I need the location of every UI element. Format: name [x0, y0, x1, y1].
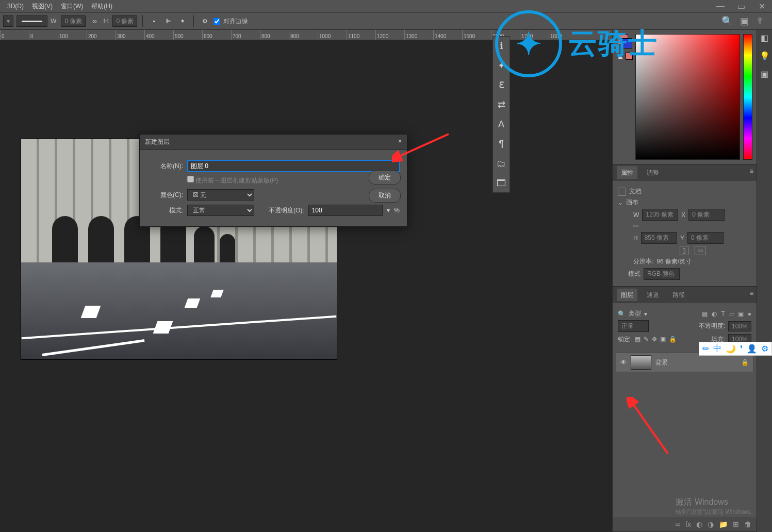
- opacity-input[interactable]: [308, 205, 383, 216]
- lock-move-icon[interactable]: ✥: [652, 336, 657, 343]
- watermark: ✦ 云骑士: [495, 10, 658, 77]
- name-label: 名称(N):: [147, 162, 183, 171]
- opacity-field[interactable]: 100%: [728, 321, 751, 331]
- libraries-icon[interactable]: ▣: [761, 69, 768, 79]
- y-field[interactable]: 0 像素: [687, 232, 724, 244]
- ruler-tick: 600: [202, 30, 231, 40]
- layer-name[interactable]: 背景: [655, 358, 668, 367]
- tool-preset[interactable]: ▾: [3, 15, 13, 27]
- dock-expand-icon[interactable]: ◧: [761, 33, 768, 43]
- tab-paths[interactable]: 路径: [668, 289, 689, 301]
- filter-type-icon[interactable]: T: [721, 310, 725, 318]
- tab-properties[interactable]: 属性: [617, 167, 637, 179]
- res-label: 分辨率:: [633, 257, 653, 266]
- doc-label: 文档: [629, 187, 642, 196]
- x-field[interactable]: 0 像素: [688, 209, 725, 221]
- layer-thumb[interactable]: [631, 355, 651, 370]
- close-icon[interactable]: ✕: [751, 0, 772, 12]
- mask-icon[interactable]: ◐: [696, 520, 702, 528]
- lock-paint-icon[interactable]: ✎: [644, 336, 649, 343]
- menu-3d[interactable]: 3D(D): [3, 3, 28, 10]
- learn-icon[interactable]: 💡: [760, 51, 770, 61]
- link-wh-icon[interactable]: ∞: [89, 15, 100, 27]
- new-layer-icon[interactable]: ⊞: [733, 520, 739, 528]
- dialog-close-icon[interactable]: ×: [398, 138, 402, 146]
- opacity-label: 不透明度:: [699, 322, 725, 330]
- w-label: W: [633, 211, 639, 219]
- panel-menu-icon[interactable]: ≡: [750, 290, 753, 297]
- fx-icon[interactable]: fx: [685, 520, 691, 528]
- menu-help[interactable]: 帮助(H): [87, 2, 117, 11]
- filter-adjust-icon[interactable]: ◐: [712, 310, 717, 318]
- group-icon[interactable]: 📁: [719, 520, 728, 528]
- lock-all-icon[interactable]: 🔒: [669, 336, 677, 343]
- activate-windows: 激活 Windows 转到"设置"以激活 Windows。: [676, 497, 757, 517]
- align-icon-3[interactable]: ✦: [177, 15, 188, 27]
- workspace-icon[interactable]: ▣: [740, 15, 749, 27]
- filter-toggle-icon[interactable]: ●: [748, 310, 751, 318]
- filter-kind[interactable]: 类型: [629, 309, 641, 318]
- panel-menu-icon[interactable]: ≡: [750, 168, 753, 175]
- ruler-tick: 1000: [318, 30, 347, 40]
- minimize-icon[interactable]: —: [710, 0, 731, 12]
- ime-edit-icon[interactable]: ✏: [702, 344, 709, 354]
- filter-smart-icon[interactable]: ▣: [738, 310, 744, 318]
- menu-view[interactable]: 视图(V): [28, 2, 57, 11]
- ime-user-icon[interactable]: 👤: [747, 344, 757, 354]
- filter-pixel-icon[interactable]: ▦: [702, 310, 708, 318]
- h-field[interactable]: 855 像素: [641, 232, 677, 244]
- portrait-icon[interactable]: ▯: [680, 246, 688, 255]
- ruler-tick: 900: [289, 30, 318, 40]
- blend-mode-select[interactable]: 正常: [618, 320, 649, 332]
- ime-gear-icon[interactable]: ⚙: [761, 344, 768, 354]
- ime-lang[interactable]: 中: [713, 343, 721, 354]
- visibility-icon[interactable]: 👁: [620, 359, 627, 366]
- swap-icon[interactable]: ⇄: [495, 98, 507, 111]
- menu-window[interactable]: 窗口(W): [57, 2, 87, 11]
- gear-icon[interactable]: ⚙: [199, 15, 210, 27]
- ruler-tick: 400: [144, 30, 173, 40]
- lock-label: 锁定:: [618, 335, 632, 344]
- align-edges-checkbox[interactable]: [213, 18, 220, 25]
- align-icon-1[interactable]: ▪: [148, 15, 159, 27]
- brush-icon[interactable]: ℇ: [495, 79, 507, 91]
- height-field[interactable]: 0 像素: [112, 15, 137, 27]
- link-layers-icon[interactable]: ∞: [675, 520, 680, 528]
- color-select[interactable]: ☒ 无: [187, 189, 254, 201]
- search-icon[interactable]: 🔍: [721, 15, 733, 27]
- hue-slider[interactable]: [743, 34, 752, 160]
- filter-shape-icon[interactable]: ▱: [729, 310, 734, 318]
- properties-panel: 文档 ⌄ 画布 W1235 像素 X0 像素 ⚯ H855 像素 Y0 像素 ▯…: [613, 181, 757, 286]
- share-icon[interactable]: ⇪: [756, 15, 764, 27]
- name-input[interactable]: [187, 160, 400, 172]
- delete-icon[interactable]: 🗑: [744, 520, 751, 528]
- stroke-preview[interactable]: [17, 15, 47, 27]
- lock-trans-icon[interactable]: ▦: [635, 336, 640, 343]
- tabs-icon[interactable]: 🗂: [495, 157, 507, 170]
- align-icon-2[interactable]: ⊫: [162, 15, 174, 27]
- canvas-section[interactable]: 画布: [626, 198, 638, 207]
- tab-adjustments[interactable]: 调整: [643, 167, 663, 179]
- ok-button[interactable]: 确定: [369, 171, 401, 185]
- mode-field[interactable]: RGB 颜色: [644, 268, 680, 280]
- adjustment-icon[interactable]: ◑: [708, 520, 714, 528]
- maximize-icon[interactable]: ▭: [731, 0, 751, 12]
- paragraph-icon[interactable]: ¶: [495, 138, 507, 150]
- ime-moon-icon[interactable]: 🌙: [726, 344, 736, 354]
- ruler-tick: 1200: [375, 30, 404, 40]
- width-field[interactable]: 0 像素: [61, 15, 86, 27]
- lock-icon[interactable]: 🔒: [741, 359, 749, 366]
- link-icon[interactable]: ⚯: [633, 223, 638, 230]
- w-field[interactable]: 1235 像素: [642, 209, 678, 221]
- text-icon[interactable]: A: [495, 118, 507, 130]
- cancel-button[interactable]: 取消: [369, 189, 401, 203]
- mode-select[interactable]: 正常: [187, 205, 254, 216]
- mode-label: 模式: [628, 270, 640, 278]
- window-icon[interactable]: 🗔: [495, 177, 507, 189]
- ime-floatbar[interactable]: ✏ 中 🌙 ❜ 👤 ⚙: [699, 342, 772, 356]
- tab-layers[interactable]: 图层: [617, 289, 637, 301]
- landscape-icon[interactable]: ▭: [695, 246, 705, 255]
- ime-comma-icon[interactable]: ❜: [740, 344, 743, 354]
- lock-artboard-icon[interactable]: ▣: [660, 336, 666, 343]
- tab-channels[interactable]: 通道: [643, 289, 663, 301]
